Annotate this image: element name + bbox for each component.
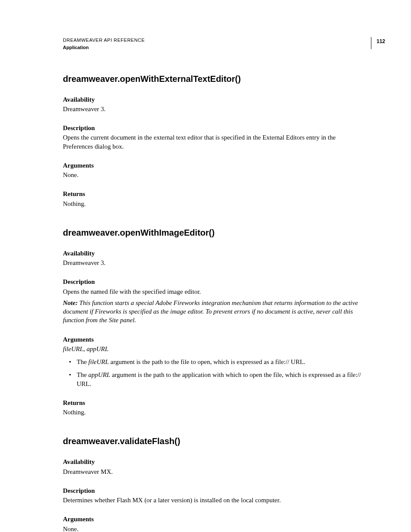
page-header: DREAMWEAVER API REFERENCE Application 11… <box>63 37 364 51</box>
arguments-signature: fileURL, appURL <box>63 345 364 353</box>
note-text: Note: This function starts a special Ado… <box>63 299 364 325</box>
arg-name: appURL <box>88 371 110 378</box>
arg-name: fileURL <box>88 358 109 365</box>
arg-pre: The <box>77 358 88 365</box>
description-text: Determines whether Flash MX (or a later … <box>63 496 364 504</box>
description-heading: Description <box>63 486 364 495</box>
arguments-text: None. <box>63 525 364 532</box>
arg-post: argument is the path to the file to open… <box>109 358 305 365</box>
page-number: 112 <box>371 37 385 49</box>
arguments-list: The fileURL argument is the path to the … <box>63 358 364 388</box>
function-heading: dreamweaver.openWithImageEditor() <box>63 227 364 239</box>
availability-heading: Availability <box>63 249 364 258</box>
arg-pre: The <box>77 371 88 378</box>
returns-heading: Returns <box>63 398 364 407</box>
description-text: Opens the named file with the specified … <box>63 287 364 296</box>
arguments-text: None. <box>63 171 364 179</box>
list-item: The fileURL argument is the path to the … <box>74 358 364 366</box>
description-heading: Description <box>63 277 364 286</box>
doc-section: Application <box>63 44 145 51</box>
note-body: This function starts a special Adobe Fir… <box>63 299 358 324</box>
arguments-heading: Arguments <box>63 515 364 523</box>
availability-heading: Availability <box>63 457 364 466</box>
availability-heading: Availability <box>63 95 364 104</box>
description-text: Opens the current document in the extern… <box>63 133 364 151</box>
description-heading: Description <box>63 124 364 132</box>
availability-text: Dreamweaver MX. <box>63 467 364 476</box>
returns-text: Nothing. <box>63 408 364 417</box>
arguments-heading: Arguments <box>63 161 364 170</box>
arg-post: argument is the path to the application … <box>77 371 361 387</box>
doc-title: DREAMWEAVER API REFERENCE <box>63 37 145 44</box>
arguments-heading: Arguments <box>63 335 364 344</box>
note-label: Note: <box>63 299 78 306</box>
returns-heading: Returns <box>63 190 364 198</box>
function-heading: dreamweaver.openWithExternalTextEditor() <box>63 73 364 85</box>
availability-text: Dreamweaver 3. <box>63 258 364 267</box>
returns-text: Nothing. <box>63 199 364 208</box>
list-item: The appURL argument is the path to the a… <box>74 370 364 388</box>
header-left: DREAMWEAVER API REFERENCE Application <box>63 37 145 51</box>
function-heading: dreamweaver.validateFlash() <box>63 436 364 447</box>
availability-text: Dreamweaver 3. <box>63 105 364 113</box>
